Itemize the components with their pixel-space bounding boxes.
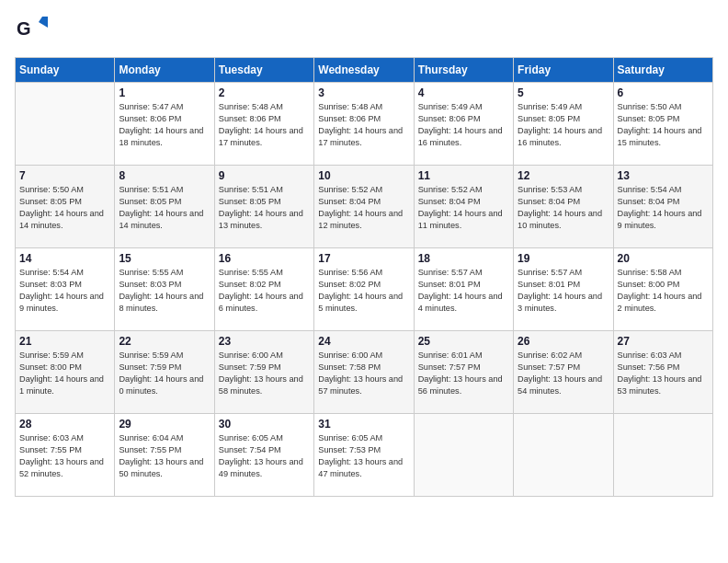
day-number: 25 bbox=[418, 335, 509, 348]
calendar-day-cell: 31Sunrise: 6:05 AM Sunset: 7:53 PM Dayli… bbox=[314, 414, 414, 497]
calendar-day-cell: 29Sunrise: 6:04 AM Sunset: 7:55 PM Dayli… bbox=[115, 414, 214, 497]
calendar-day-cell bbox=[514, 414, 613, 497]
calendar-week-row: 28Sunrise: 6:03 AM Sunset: 7:55 PM Dayli… bbox=[16, 414, 713, 497]
day-number: 20 bbox=[618, 252, 709, 265]
calendar-day-cell bbox=[16, 83, 115, 166]
calendar-day-cell: 5Sunrise: 5:49 AM Sunset: 8:05 PM Daylig… bbox=[514, 83, 613, 166]
calendar-week-row: 14Sunrise: 5:54 AM Sunset: 8:03 PM Dayli… bbox=[16, 248, 713, 331]
calendar-day-cell: 14Sunrise: 5:54 AM Sunset: 8:03 PM Dayli… bbox=[16, 248, 115, 331]
day-info: Sunrise: 5:48 AM Sunset: 8:06 PM Dayligh… bbox=[219, 101, 310, 149]
page-header: G bbox=[15, 15, 713, 48]
calendar-day-cell: 6Sunrise: 5:50 AM Sunset: 8:05 PM Daylig… bbox=[613, 83, 712, 166]
calendar-day-cell: 13Sunrise: 5:54 AM Sunset: 8:04 PM Dayli… bbox=[613, 166, 712, 248]
logo-icon: G bbox=[15, 15, 48, 48]
day-info: Sunrise: 5:54 AM Sunset: 8:04 PM Dayligh… bbox=[618, 184, 709, 232]
day-number: 7 bbox=[19, 169, 110, 182]
calendar-day-cell: 3Sunrise: 5:48 AM Sunset: 8:06 PM Daylig… bbox=[314, 83, 414, 166]
day-info: Sunrise: 6:02 AM Sunset: 7:57 PM Dayligh… bbox=[518, 350, 609, 397]
day-number: 17 bbox=[318, 252, 409, 265]
day-number: 12 bbox=[518, 169, 609, 182]
calendar-table: SundayMondayTuesdayWednesdayThursdayFrid… bbox=[15, 57, 713, 497]
day-number: 4 bbox=[418, 86, 509, 99]
day-number: 16 bbox=[219, 252, 310, 265]
weekday-header: Wednesday bbox=[314, 58, 414, 83]
day-info: Sunrise: 5:47 AM Sunset: 8:06 PM Dayligh… bbox=[119, 101, 210, 149]
day-info: Sunrise: 6:01 AM Sunset: 7:57 PM Dayligh… bbox=[418, 350, 509, 397]
day-number: 6 bbox=[618, 86, 709, 99]
day-number: 2 bbox=[219, 86, 310, 99]
calendar-day-cell: 11Sunrise: 5:52 AM Sunset: 8:04 PM Dayli… bbox=[414, 166, 513, 248]
day-info: Sunrise: 5:51 AM Sunset: 8:05 PM Dayligh… bbox=[219, 184, 310, 232]
calendar-day-cell: 21Sunrise: 5:59 AM Sunset: 8:00 PM Dayli… bbox=[16, 331, 115, 414]
day-info: Sunrise: 5:51 AM Sunset: 8:05 PM Dayligh… bbox=[119, 184, 210, 232]
calendar-day-cell: 20Sunrise: 5:58 AM Sunset: 8:00 PM Dayli… bbox=[613, 248, 712, 331]
calendar-day-cell: 4Sunrise: 5:49 AM Sunset: 8:06 PM Daylig… bbox=[414, 83, 513, 166]
calendar-day-cell: 16Sunrise: 5:55 AM Sunset: 8:02 PM Dayli… bbox=[214, 248, 313, 331]
day-number: 29 bbox=[119, 418, 210, 431]
day-info: Sunrise: 5:50 AM Sunset: 8:05 PM Dayligh… bbox=[19, 184, 110, 232]
calendar-day-cell: 26Sunrise: 6:02 AM Sunset: 7:57 PM Dayli… bbox=[514, 331, 613, 414]
calendar-week-row: 21Sunrise: 5:59 AM Sunset: 8:00 PM Dayli… bbox=[16, 331, 713, 414]
weekday-header: Sunday bbox=[16, 58, 115, 83]
day-number: 5 bbox=[518, 86, 609, 99]
day-info: Sunrise: 5:52 AM Sunset: 8:04 PM Dayligh… bbox=[318, 184, 409, 232]
calendar-day-cell: 23Sunrise: 6:00 AM Sunset: 7:59 PM Dayli… bbox=[214, 331, 313, 414]
day-number: 22 bbox=[119, 335, 210, 348]
day-number: 31 bbox=[318, 418, 409, 431]
calendar-day-cell bbox=[414, 414, 513, 497]
day-number: 1 bbox=[119, 86, 210, 99]
day-number: 9 bbox=[219, 169, 310, 182]
calendar-day-cell: 22Sunrise: 5:59 AM Sunset: 7:59 PM Dayli… bbox=[115, 331, 214, 414]
calendar-day-cell: 12Sunrise: 5:53 AM Sunset: 8:04 PM Dayli… bbox=[514, 166, 613, 248]
svg-text:G: G bbox=[17, 18, 31, 39]
day-info: Sunrise: 5:49 AM Sunset: 8:06 PM Dayligh… bbox=[418, 101, 509, 149]
day-number: 24 bbox=[318, 335, 409, 348]
weekday-header: Friday bbox=[514, 58, 613, 83]
day-number: 11 bbox=[418, 169, 509, 182]
calendar-week-row: 1Sunrise: 5:47 AM Sunset: 8:06 PM Daylig… bbox=[16, 83, 713, 166]
day-info: Sunrise: 6:05 AM Sunset: 7:54 PM Dayligh… bbox=[219, 432, 310, 480]
calendar-day-cell: 9Sunrise: 5:51 AM Sunset: 8:05 PM Daylig… bbox=[214, 166, 313, 248]
day-info: Sunrise: 5:52 AM Sunset: 8:04 PM Dayligh… bbox=[418, 184, 509, 232]
calendar-day-cell: 7Sunrise: 5:50 AM Sunset: 8:05 PM Daylig… bbox=[16, 166, 115, 248]
day-info: Sunrise: 5:59 AM Sunset: 8:00 PM Dayligh… bbox=[19, 350, 110, 397]
day-number: 13 bbox=[618, 169, 709, 182]
day-number: 3 bbox=[318, 86, 409, 99]
calendar-day-cell: 28Sunrise: 6:03 AM Sunset: 7:55 PM Dayli… bbox=[16, 414, 115, 497]
day-info: Sunrise: 5:55 AM Sunset: 8:02 PM Dayligh… bbox=[219, 267, 310, 315]
day-info: Sunrise: 5:55 AM Sunset: 8:03 PM Dayligh… bbox=[119, 267, 210, 315]
calendar-day-cell: 24Sunrise: 6:00 AM Sunset: 7:58 PM Dayli… bbox=[314, 331, 414, 414]
logo: G bbox=[15, 15, 51, 48]
weekday-header-row: SundayMondayTuesdayWednesdayThursdayFrid… bbox=[16, 58, 713, 83]
day-info: Sunrise: 6:03 AM Sunset: 7:56 PM Dayligh… bbox=[618, 350, 709, 397]
svg-marker-1 bbox=[39, 22, 48, 28]
day-info: Sunrise: 6:00 AM Sunset: 7:58 PM Dayligh… bbox=[318, 350, 409, 397]
day-info: Sunrise: 5:54 AM Sunset: 8:03 PM Dayligh… bbox=[19, 267, 110, 315]
day-number: 19 bbox=[518, 252, 609, 265]
svg-marker-2 bbox=[39, 17, 48, 22]
day-info: Sunrise: 5:57 AM Sunset: 8:01 PM Dayligh… bbox=[518, 267, 609, 315]
day-info: Sunrise: 5:48 AM Sunset: 8:06 PM Dayligh… bbox=[318, 101, 409, 149]
day-number: 23 bbox=[219, 335, 310, 348]
weekday-header: Tuesday bbox=[214, 58, 313, 83]
day-info: Sunrise: 6:03 AM Sunset: 7:55 PM Dayligh… bbox=[19, 432, 110, 480]
weekday-header: Saturday bbox=[613, 58, 712, 83]
calendar-day-cell: 8Sunrise: 5:51 AM Sunset: 8:05 PM Daylig… bbox=[115, 166, 214, 248]
calendar-day-cell: 2Sunrise: 5:48 AM Sunset: 8:06 PM Daylig… bbox=[214, 83, 313, 166]
day-number: 21 bbox=[19, 335, 110, 348]
calendar-day-cell: 1Sunrise: 5:47 AM Sunset: 8:06 PM Daylig… bbox=[115, 83, 214, 166]
day-number: 18 bbox=[418, 252, 509, 265]
day-number: 10 bbox=[318, 169, 409, 182]
weekday-header: Monday bbox=[115, 58, 214, 83]
day-number: 14 bbox=[19, 252, 110, 265]
day-info: Sunrise: 5:59 AM Sunset: 7:59 PM Dayligh… bbox=[119, 350, 210, 397]
day-number: 26 bbox=[518, 335, 609, 348]
calendar-day-cell: 15Sunrise: 5:55 AM Sunset: 8:03 PM Dayli… bbox=[115, 248, 214, 331]
day-info: Sunrise: 5:49 AM Sunset: 8:05 PM Dayligh… bbox=[518, 101, 609, 149]
day-number: 15 bbox=[119, 252, 210, 265]
day-number: 30 bbox=[219, 418, 310, 431]
calendar-day-cell: 19Sunrise: 5:57 AM Sunset: 8:01 PM Dayli… bbox=[514, 248, 613, 331]
weekday-header: Thursday bbox=[414, 58, 513, 83]
day-info: Sunrise: 5:57 AM Sunset: 8:01 PM Dayligh… bbox=[418, 267, 509, 315]
day-info: Sunrise: 5:56 AM Sunset: 8:02 PM Dayligh… bbox=[318, 267, 409, 315]
